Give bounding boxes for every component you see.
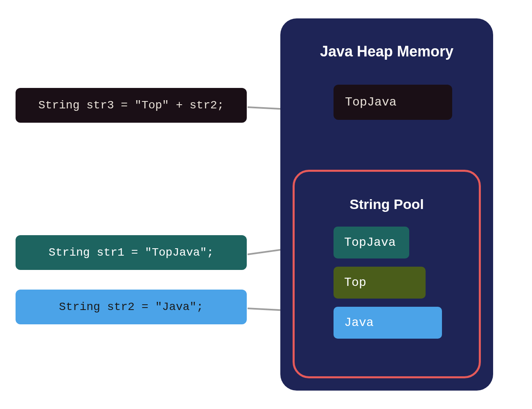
code-str1: String str1 = "TopJava"; [16,235,247,270]
pool-title: String Pool [311,196,462,212]
code-str2: String str2 = "Java"; [16,290,247,324]
code-str3: String str3 = "Top" + str2; [16,88,247,123]
pool-item-top: Top [334,267,426,299]
pool-item-java: Java [334,307,442,339]
string-pool-container: String Pool TopJava Top Java [293,170,481,378]
heap-object-topjava: TopJava [334,85,452,120]
heap-title: Java Heap Memory [293,43,481,60]
pool-item-topjava: TopJava [334,227,409,258]
heap-memory-container: Java Heap Memory TopJava String Pool Top… [280,18,493,391]
